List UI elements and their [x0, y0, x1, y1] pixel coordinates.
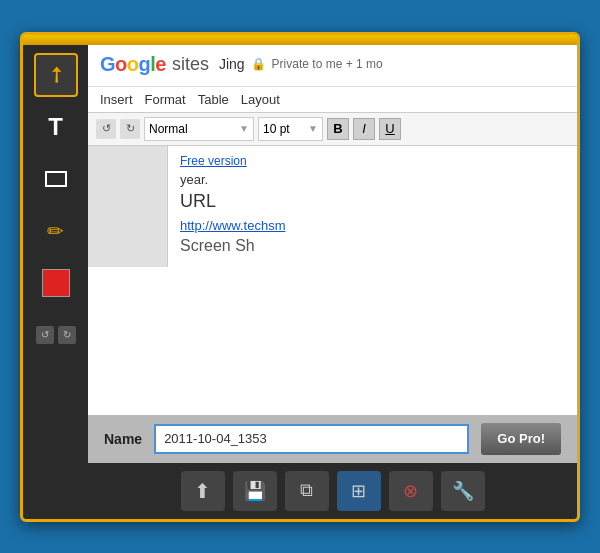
screen-text: Screen Sh — [180, 237, 565, 255]
name-label: Name — [104, 431, 142, 447]
text-icon: T — [48, 113, 63, 141]
format-toolbar: ↺ ↻ Normal ▼ 10 pt ▼ B I — [88, 113, 577, 146]
grid-button[interactable]: ⊞ — [337, 471, 381, 511]
underline-button[interactable]: U — [379, 118, 401, 140]
style-dropdown[interactable]: Normal ▼ — [144, 117, 254, 141]
bottom-section: Name Go Pro! ⬆ 💾 ⧉ ⊞ — [88, 415, 577, 519]
gopro-button[interactable]: Go Pro! — [481, 423, 561, 455]
size-dropdown[interactable]: 10 pt ▼ — [258, 117, 323, 141]
page-sidebar — [88, 146, 168, 267]
close-button[interactable]: ⊗ — [389, 471, 433, 511]
menu-table[interactable]: Table — [198, 90, 229, 109]
rectangle-icon — [45, 171, 67, 187]
save-icon: 💾 — [244, 480, 266, 502]
undo-button[interactable]: ↺ — [36, 326, 54, 344]
copy-icon: ⧉ — [300, 480, 313, 501]
style-chevron-icon: ▼ — [239, 123, 249, 134]
bottom-toolbar: ⬆ 💾 ⧉ ⊞ ⊗ 🔧 — [88, 463, 577, 519]
top-bar — [23, 35, 577, 45]
redo-button[interactable]: ↻ — [58, 326, 76, 344]
menu-bar: Insert Format Table Layout — [88, 87, 577, 113]
rectangle-tool[interactable] — [34, 157, 78, 201]
grid-icon: ⊞ — [351, 480, 366, 502]
menu-format[interactable]: Format — [145, 90, 186, 109]
copy-button[interactable]: ⧉ — [285, 471, 329, 511]
sites-title-row: Google sites Jing 🔒 Private to me + 1 mo — [100, 53, 565, 76]
color-swatch — [42, 269, 70, 297]
upload-icon: ⬆ — [194, 479, 211, 503]
style-value: Normal — [149, 122, 188, 136]
redo-format-button[interactable]: ↻ — [120, 119, 140, 139]
upload-button[interactable]: ⬆ — [181, 471, 225, 511]
name-input[interactable] — [154, 424, 469, 454]
browser-content: Google sites Jing 🔒 Private to me + 1 mo… — [88, 45, 577, 415]
arrow-icon: ➚ — [40, 59, 71, 90]
year-text: year. — [180, 172, 565, 187]
undo-format-button[interactable]: ↺ — [96, 119, 116, 139]
close-icon: ⊗ — [403, 480, 418, 502]
google-logo: Google — [100, 53, 166, 76]
undo-redo-row: ↺ ↻ — [36, 326, 76, 344]
pencil-icon: ✏ — [47, 219, 64, 243]
page-main: Free version year. URL http://www.techsm… — [168, 146, 577, 267]
undo-redo-tool: ↺ ↻ — [34, 313, 78, 357]
text-tool[interactable]: T — [34, 105, 78, 149]
arrow-tool[interactable]: ➚ — [34, 53, 78, 97]
sites-header: Google sites Jing 🔒 Private to me + 1 mo — [88, 45, 577, 87]
pencil-tool[interactable]: ✏ — [34, 209, 78, 253]
page-body: Free version year. URL http://www.techsm… — [88, 146, 577, 267]
url-link[interactable]: http://www.techsm — [180, 218, 565, 233]
menu-layout[interactable]: Layout — [241, 90, 280, 109]
app-window: ➚ T ✏ ↺ ↻ — [20, 32, 580, 522]
free-version-link: Free version — [180, 154, 565, 168]
url-heading: URL — [180, 191, 565, 212]
left-toolbar: ➚ T ✏ ↺ ↻ — [23, 45, 88, 519]
sites-label: sites — [172, 54, 209, 75]
italic-button[interactable]: I — [353, 118, 375, 140]
size-value: 10 pt — [263, 122, 290, 136]
color-tool[interactable] — [34, 261, 78, 305]
size-chevron-icon: ▼ — [308, 123, 318, 134]
lock-icon: 🔒 — [251, 57, 266, 71]
jing-label: Jing — [219, 56, 245, 72]
menu-insert[interactable]: Insert — [100, 90, 133, 109]
main-area: ➚ T ✏ ↺ ↻ — [23, 45, 577, 519]
bold-button[interactable]: B — [327, 118, 349, 140]
wrench-icon: 🔧 — [452, 480, 474, 502]
content-area: Google sites Jing 🔒 Private to me + 1 mo… — [88, 45, 577, 519]
privacy-text: Private to me + 1 mo — [272, 57, 383, 71]
settings-button[interactable]: 🔧 — [441, 471, 485, 511]
save-button[interactable]: 💾 — [233, 471, 277, 511]
name-row: Name Go Pro! — [88, 415, 577, 463]
